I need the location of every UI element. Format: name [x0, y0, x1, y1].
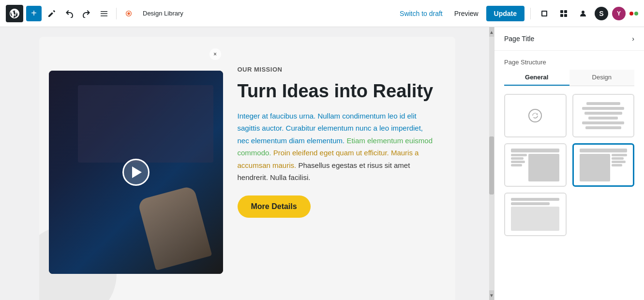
mission-label: OUR MISSION [238, 66, 436, 73]
svg-rect-0 [560, 10, 563, 13]
scroll-down[interactable]: ▼ [489, 290, 494, 300]
redo-button[interactable] [79, 6, 94, 21]
svg-rect-1 [564, 10, 567, 13]
dot-red [629, 12, 633, 15]
layout-option-sidebar-content[interactable] [572, 143, 635, 187]
editor-scrollbar[interactable]: ▲ ▼ [489, 27, 494, 300]
strikingly-icon[interactable] [121, 6, 136, 21]
panel-header: Page Title › [494, 27, 644, 51]
toolbar-right: Switch to draft Preview Update S Y [396, 6, 638, 21]
svg-rect-2 [560, 14, 563, 17]
scroll-thumb[interactable] [489, 136, 494, 195]
layout-option-two-col-text[interactable] [572, 94, 635, 137]
toolbar: + [0, 0, 644, 27]
layout-icon-two-col-text [582, 99, 624, 133]
colored-dots-indicator[interactable] [629, 12, 638, 15]
play-button[interactable] [122, 159, 150, 186]
toolbar-left: + [6, 5, 394, 22]
switch-to-draft-button[interactable]: Switch to draft [396, 8, 447, 19]
more-details-button[interactable]: More Details [238, 195, 311, 218]
toolbar-separator-2 [530, 8, 531, 19]
layout-icon-content-sidebar [511, 149, 559, 182]
right-panel: Page Title › Page Structure General Desi… [494, 27, 644, 300]
tab-design[interactable]: Design [569, 70, 635, 86]
yoast-icon[interactable]: Y [612, 7, 626, 20]
svg-rect-3 [564, 14, 567, 17]
wordpress-logo[interactable] [6, 5, 23, 22]
list-view-button[interactable] [97, 6, 111, 21]
preview-button[interactable]: Preview [450, 8, 482, 19]
panel-section-title: Page Structure [494, 51, 644, 70]
design-library-button[interactable]: Design Library [139, 8, 187, 19]
block-editor-button[interactable] [556, 6, 571, 21]
content-block: × OUR MISSION Turn Ideas into Reality In… [39, 37, 455, 300]
video-thumbnail[interactable] [49, 71, 223, 274]
view-mode-button[interactable] [537, 6, 552, 21]
dot-green [634, 12, 638, 15]
panel-title: Page Title [504, 35, 534, 43]
edit-tool-button[interactable] [45, 6, 59, 21]
video-section: × [39, 37, 223, 300]
hand-overlay [137, 185, 212, 270]
add-block-button[interactable]: + [26, 6, 42, 21]
layout-icon-sidebar-content [580, 149, 627, 181]
scroll-up[interactable]: ▲ [489, 27, 494, 37]
layout-options-grid [494, 86, 644, 244]
toolbar-separator [116, 8, 117, 19]
layout-icon-refresh [528, 109, 542, 122]
layout-icon-full-width [511, 198, 559, 231]
tab-general[interactable]: General [504, 70, 569, 86]
update-button[interactable]: Update [486, 6, 524, 21]
design-library-label: Design Library [143, 10, 183, 17]
layout-option-full-width[interactable] [504, 193, 567, 236]
undo-button[interactable] [62, 6, 76, 21]
panel-tabs: General Design [504, 70, 634, 86]
video-close-button[interactable]: × [210, 48, 221, 60]
editor-area: ▲ ▼ × OUR MISSION Turn Ideas into Realit… [0, 27, 494, 300]
user-profile-button[interactable] [575, 6, 591, 21]
layout-option-refresh[interactable] [504, 94, 567, 137]
main-layout: ▲ ▼ × OUR MISSION Turn Ideas into Realit… [0, 27, 644, 300]
layout-option-content-sidebar[interactable] [504, 143, 567, 187]
strike-icon[interactable]: S [595, 7, 608, 20]
body-text: Integer at faucibus urna. Nullam condime… [238, 110, 436, 184]
text-section: OUR MISSION Turn Ideas into Reality Inte… [223, 37, 455, 300]
main-heading: Turn Ideas into Reality [238, 81, 436, 102]
panel-chevron-icon[interactable]: › [632, 35, 634, 43]
svg-point-4 [582, 11, 584, 14]
